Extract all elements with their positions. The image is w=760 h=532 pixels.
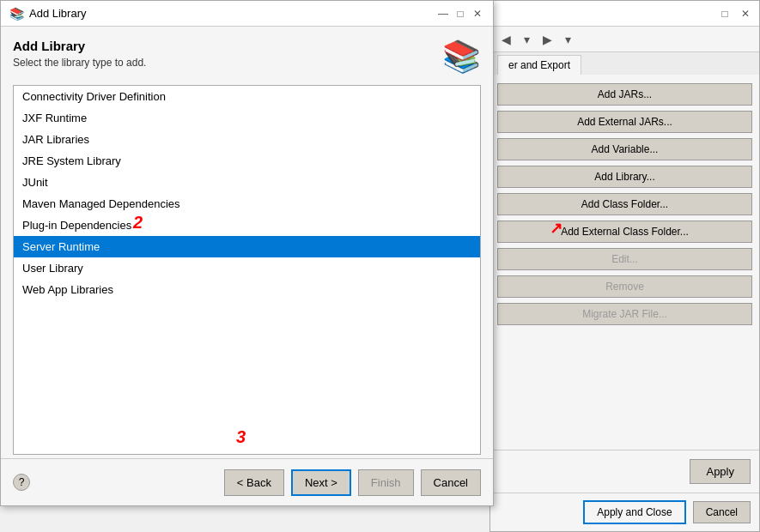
list-item[interactable]: Plug-in Dependencies [14,215,480,236]
dialog-title-text: Add Library [29,7,431,20]
apply-and-close-button[interactable]: Apply and Close [583,500,685,524]
list-item[interactable]: JAR Libraries [14,129,480,150]
dialog-maximize-btn[interactable]: □ [453,7,467,21]
dialog-subtitle: Select the library type to add. [13,57,146,69]
list-item[interactable]: JRE System Library [14,150,480,172]
next-button[interactable]: Next > [291,469,351,496]
cancel-button[interactable]: Cancel [421,469,481,496]
library-list[interactable]: Connectivity Driver Definition JXF Runti… [13,85,481,455]
bg-maximize-btn[interactable]: □ [718,7,732,21]
list-item[interactable]: JXF Runtime [14,107,480,129]
bg-back-nav-btn[interactable]: ◀ [497,31,514,48]
finish-button[interactable]: Finish [358,469,414,496]
bg-cancel-button[interactable]: Cancel [693,501,751,523]
dialog-footer-left: ? [13,474,30,491]
dialog-body: Connectivity Driver Definition JXF Runti… [1,82,493,458]
back-button[interactable]: < Back [224,469,284,496]
bg-tab-order-export[interactable]: er and Export [497,55,581,75]
list-item[interactable]: Maven Managed Dependencies [14,193,480,215]
dialog-header: Add Library Select the library type to a… [1,27,493,82]
dialog-titlebar: 📚 Add Library — □ ✕ [1,1,493,27]
dialog-minimize-btn[interactable]: — [436,7,450,21]
bg-tab-bar: er and Export [490,52,759,75]
add-class-folder-button[interactable]: Add Class Folder... [497,193,752,215]
bg-apply-bar: Apply [490,450,759,493]
bg-close-btn[interactable]: ✕ [739,7,752,21]
add-variable-button[interactable]: Add Variable... [497,138,752,160]
list-item[interactable]: User Library [14,257,480,279]
migrate-jar-button[interactable]: Migrate JAR File... [497,303,752,325]
add-library-button[interactable]: Add Library... [497,166,752,188]
dialog-footer: ? < Back Next > Finish Cancel [1,458,493,505]
bg-nav-bar: ◀ ▾ ▶ ▾ [490,27,759,52]
list-item[interactable]: Connectivity Driver Definition [14,86,480,107]
bg-titlebar: □ ✕ [490,1,759,27]
dialog-main-title: Add Library [13,39,146,53]
edit-button[interactable]: Edit... [497,248,752,270]
dialog-close-btn[interactable]: ✕ [471,7,484,21]
bg-content-area: Add JARs... Add External JARs... Add Var… [490,75,759,450]
dialog-titlebar-buttons: — □ ✕ [436,7,484,21]
apply-button[interactable]: Apply [690,459,751,484]
add-external-class-folder-button[interactable]: Add External Class Folder... [497,221,752,243]
list-item[interactable]: JUnit [14,172,480,193]
bg-back-dropdown-btn[interactable]: ▾ [518,31,535,48]
dialog-header-text: Add Library Select the library type to a… [13,39,146,69]
dialog-title-icon: 📚 [9,7,24,21]
background-window: □ ✕ ◀ ▾ ▶ ▾ er and Export Add JARs... Ad… [489,0,760,532]
bg-footer-bar: Apply and Close Cancel [490,493,759,531]
list-item[interactable]: Web App Libraries [14,279,480,300]
list-item-server-runtime[interactable]: Server Runtime [14,236,480,257]
add-external-jars-button[interactable]: Add External JARs... [497,111,752,133]
dialog-header-icon: 📚 [442,39,481,75]
remove-button[interactable]: Remove [497,275,752,298]
dialog-footer-right: < Back Next > Finish Cancel [224,469,481,496]
bg-forward-nav-btn[interactable]: ▶ [538,31,556,48]
bg-forward-dropdown-btn[interactable]: ▾ [559,31,576,48]
add-library-dialog: 📚 Add Library — □ ✕ Add Library Select t… [0,0,494,506]
add-jars-button[interactable]: Add JARs... [497,83,752,106]
help-button[interactable]: ? [13,474,30,491]
